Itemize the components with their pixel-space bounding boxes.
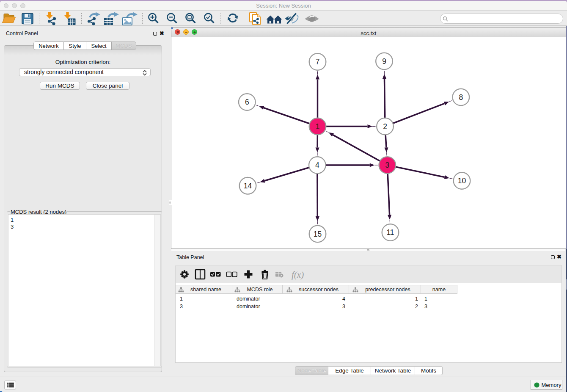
svg-text:f(x): f(x): [292, 270, 304, 280]
svg-text:6: 6: [245, 98, 249, 106]
svg-text:10: 10: [458, 177, 466, 185]
svg-text:7: 7: [316, 58, 320, 66]
svg-text:2: 2: [383, 122, 387, 131]
svg-text:8: 8: [459, 93, 463, 102]
svg-text:1: 1: [316, 122, 320, 131]
svg-text:15: 15: [314, 230, 322, 238]
svg-text:3: 3: [385, 161, 389, 169]
svg-text:11: 11: [386, 228, 394, 237]
svg-text:14: 14: [244, 182, 252, 190]
svg-text:9: 9: [382, 57, 386, 66]
svg-text:4: 4: [315, 161, 319, 169]
